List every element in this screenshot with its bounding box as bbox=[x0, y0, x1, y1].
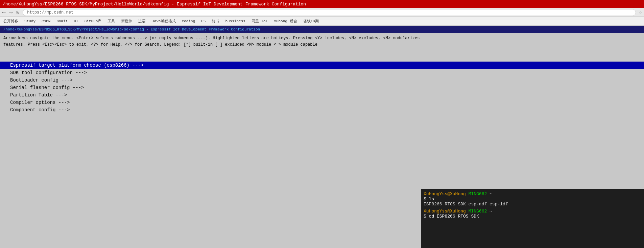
terminal-prompt-2: XuHongYss@XuHong bbox=[424, 209, 466, 214]
title-text: /home/XuHongYss/ESP8266_RTOS_SDK/MyProje… bbox=[3, 2, 306, 7]
terminal-line-2: XuHongYss@XuHong MING662 ~ bbox=[424, 209, 641, 214]
terminal-machine-2: MING662 bbox=[469, 209, 487, 214]
bookmark-b7[interactable]: 工具 bbox=[106, 18, 116, 24]
terminal-path-bar: /home/XuHongYss/ESP8266_RTOS_SDK/MyProje… bbox=[0, 26, 644, 33]
refresh-button[interactable]: ↻ bbox=[16, 9, 20, 16]
menuconfig-item-3[interactable]: Serial flasher config ---> bbox=[0, 84, 644, 91]
menuconfig-item-4[interactable]: Partition Table ---> bbox=[0, 91, 644, 99]
menuconfig-item-6[interactable]: Component config ---> bbox=[0, 106, 644, 114]
bookmark-b3[interactable]: CSDN bbox=[40, 19, 52, 24]
bookmark-b17[interactable]: 省钱10期 bbox=[302, 18, 320, 24]
back-button[interactable]: ← bbox=[2, 9, 6, 16]
url-bar[interactable]: https://mp.csdn.net bbox=[23, 9, 636, 16]
menuconfig-item-2[interactable]: Bootloader config ---> bbox=[0, 76, 644, 84]
bookmark-b13[interactable]: 前书 bbox=[210, 18, 220, 24]
nav-bar: ← → ↻ https://mp.csdn.net ☆ bbox=[0, 8, 644, 17]
terminal-tilde-1: ~ bbox=[490, 191, 492, 197]
terminal-cmd-1: $ ls bbox=[424, 197, 641, 202]
bookmark-b6[interactable]: GitHub库 bbox=[83, 18, 103, 24]
instructions-line1: Arrow keys navigate the menu. <Enter> se… bbox=[3, 35, 641, 42]
bookmark-b4[interactable]: GoKit bbox=[55, 19, 69, 24]
bookmark-b11[interactable]: Coding bbox=[181, 19, 197, 24]
bookmark-b2[interactable]: Study bbox=[23, 19, 37, 24]
bookmark-b12[interactable]: H5 bbox=[200, 19, 207, 24]
terminal-prompt-1: XuHongYss@XuHong bbox=[424, 191, 466, 197]
menuconfig-instructions: Arrow keys navigate the menu. <Enter> se… bbox=[0, 33, 644, 50]
bookmark-b14[interactable]: bussiness bbox=[224, 19, 246, 24]
bookmark-b1[interactable]: 公开博客 bbox=[2, 18, 20, 24]
bottom-terminal: XuHongYss@XuHong MING662 ~ $ ls ESP8266_… bbox=[421, 189, 644, 248]
forward-button[interactable]: → bbox=[9, 9, 13, 16]
terminal-machine-1: MING662 bbox=[469, 191, 487, 197]
instructions-line2: features. Press <Esc><Esc> to exit, <?> … bbox=[3, 42, 641, 48]
terminal-cmd-2: $ cd ESP8266_RTOS_SDK bbox=[424, 214, 641, 219]
terminal-line-1: XuHongYss@XuHong MING662 ~ bbox=[424, 191, 641, 197]
bookmark-b10[interactable]: Java编程格式 bbox=[150, 18, 177, 24]
bookmark-b8[interactable]: 新栏件 bbox=[120, 18, 134, 24]
title-bar: /home/XuHongYss/ESP8266_RTOS_SDK/MyProje… bbox=[0, 0, 644, 8]
terminal-tilde-2: ~ bbox=[490, 209, 492, 214]
bookmarks-bar: 公开博客StudyCSDNGoKitUIGitHub库工具新栏件进语Java编程… bbox=[0, 17, 644, 26]
menuconfig-item-0[interactable]: Espressif target platform choose (esp826… bbox=[0, 62, 644, 69]
main-content: CSDN B I 🔗 ❝❞ — 🖼 🔢 ≡ H₁ ⇥ ↩ | ✏ ⊞ Esp82… bbox=[0, 26, 644, 248]
menuconfig-list: Espressif target platform choose (esp826… bbox=[0, 60, 644, 115]
bookmark-b9[interactable]: 进语 bbox=[137, 18, 147, 24]
menuconfig-item-5[interactable]: Compiler options ---> bbox=[0, 99, 644, 106]
bookmark-b5[interactable]: UI bbox=[72, 19, 79, 24]
menuconfig-item-1[interactable]: SDK tool configuration ---> bbox=[0, 69, 644, 76]
bookmark-b15[interactable]: 同里 IoT bbox=[250, 18, 269, 24]
bookmark-b16[interactable]: xuhong 后台 bbox=[272, 18, 298, 24]
terminal-path-text: /home/XuHongYss/ESP8266_RTOS_SDK/MyProje… bbox=[3, 27, 260, 31]
terminal-output-1: ESP8266_RTOS_SDK esp-adf esp-idf bbox=[424, 202, 641, 207]
